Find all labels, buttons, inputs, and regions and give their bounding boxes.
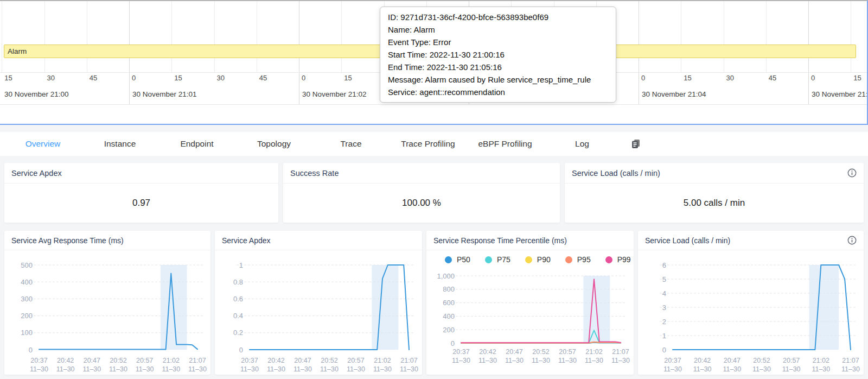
legend-dot [485,256,492,263]
stat-card-success-rate: Success Rate100.00 % [283,163,560,223]
x-axis-sublabel: 11–30 [400,365,418,373]
x-axis-sublabel: 11–30 [812,365,830,373]
x-axis-sublabel: 11–30 [723,365,741,373]
chart-plot-area[interactable]: 012345620:3711–3020:4211–3020:4711–3020:… [638,250,864,374]
chart-plot-area[interactable]: P50P75P90P95P9902004006008001,00020:3711… [426,250,634,374]
chart-card-service-response-time-percentile-ms-: Service Response Time Percentile (ms)P50… [426,231,634,375]
legend-item-p75[interactable]: P75 [485,255,510,264]
y-axis-label: 2 [662,318,666,326]
stat-value: 5.00 calls / min [565,184,864,222]
x-axis-label: 20:52 [110,357,126,364]
timeline-tick-label: 15 [684,74,691,82]
timeline-date-label: 30 November 21:00 [4,90,69,98]
second-gridline [766,1,767,72]
x-axis-sublabel: 11–30 [841,365,860,373]
second-gridline [44,1,45,72]
x-axis-label: 20:42 [267,357,284,364]
y-axis-label: 5 [662,275,666,283]
stat-value: 0.97 [4,184,278,222]
tooltip-line: Start Time: 2022-11-30 21:00:16 [388,48,608,61]
x-axis-sublabel: 11–30 [267,365,285,373]
second-gridline [851,1,851,72]
alarm-timeline-panel[interactable]: 15304530 November 21:00015304530 Novembe… [0,0,868,125]
x-axis-sublabel: 11–30 [56,365,75,373]
y-axis-label: 400 [21,278,33,286]
legend-item-p99[interactable]: P99 [605,255,631,264]
chart-plot-area[interactable]: 00.20.40.60.8120:3711–3020:4211–3020:471… [215,250,422,374]
x-axis-label: 20:42 [479,348,496,356]
x-axis-label: 21:02 [374,357,391,364]
y-axis-label: 400 [443,312,455,320]
x-axis-label: 20:47 [294,357,311,364]
x-axis-label: 21:02 [585,348,602,356]
y-axis-label: 600 [443,299,455,307]
x-axis-sublabel: 11–30 [663,365,682,373]
card-title: Service Load (calls / min) [572,169,660,178]
x-axis-sublabel: 11–30 [585,357,603,364]
legend-item-p90[interactable]: P90 [525,255,551,264]
y-axis-label: 100 [21,329,33,337]
x-axis-label: 21:07 [842,357,859,364]
timeline-tick-label: 30 [47,74,55,82]
tab-overview[interactable]: Overview [4,132,81,156]
info-icon[interactable] [847,236,857,245]
tooltip-line: Message: Alarm caused by Rule service_re… [388,73,608,86]
x-axis-label: 20:57 [559,348,576,356]
chart-title: Service Apdex [222,236,271,245]
y-axis-label: 800 [443,285,455,293]
x-axis-sublabel: 11–30 [30,365,48,373]
tab-ebpf-profiling[interactable]: eBPF Profiling [467,132,544,156]
card-title: Service Apdex [11,169,62,178]
x-axis-sublabel: 11–30 [240,365,259,373]
y-axis-label: 0 [239,346,243,354]
tab-instance[interactable]: Instance [81,132,158,156]
chart-card-service-apdex: Service Apdex00.20.40.60.8120:3711–3020:… [215,231,422,375]
chart-legend: P50P75P90P95P99 [426,250,634,269]
x-axis-sublabel: 11–30 [558,357,577,364]
timeline-date-label: 30 November 21:01 [132,90,197,98]
y-axis-label: 500 [21,261,33,269]
x-axis-label: 20:57 [783,357,800,364]
timeline-tick-label: 0 [641,74,645,82]
tab-trace[interactable]: Trace [312,132,390,156]
tab-bar: OverviewInstanceEndpointTopologyTraceTra… [0,132,868,156]
info-icon[interactable] [847,168,857,178]
legend-item-p50[interactable]: P50 [445,255,470,264]
tab-trace-profiling[interactable]: Trace Profiling [390,132,467,156]
second-gridline [2,1,2,72]
x-axis-sublabel: 11–30 [109,365,127,373]
timeline-tick-label: 45 [90,74,97,82]
y-axis-label: 1,000 [437,272,455,280]
x-axis-label: 21:07 [612,348,629,356]
x-axis-label: 20:52 [532,348,549,356]
x-axis-label: 20:57 [347,357,364,364]
alarm-event-label: Alarm [8,47,27,55]
chart-card-service-avg-response-time-ms-: Service Avg Response Time (ms)0100200300… [4,231,210,375]
y-axis-label: 0.2 [233,329,243,337]
legend-item-p95[interactable]: P95 [565,255,591,264]
x-axis-sublabel: 11–30 [478,357,497,364]
timeline-tick-label: 45 [259,74,267,82]
tab-topology[interactable]: Topology [235,132,312,156]
y-axis-label: 0.6 [233,295,243,303]
second-gridline [681,1,681,72]
x-axis-sublabel: 11–30 [347,365,365,373]
chart-plot-area[interactable]: 010020030040050020:3711–3020:4211–3020:4… [4,250,210,374]
x-axis-sublabel: 11–30 [693,365,712,373]
second-gridline [87,1,87,72]
tab-log[interactable]: Log [544,132,621,156]
stat-card-service-apdex: Service Apdex0.97 [4,163,278,223]
x-axis-label: 21:02 [163,357,180,364]
timeline-tick-label: 15 [344,74,352,82]
tab-endpoint[interactable]: Endpoint [158,132,235,156]
x-axis-sublabel: 11–30 [505,357,524,364]
tooltip-line: ID: 9271d731-36cf-4200-bfce-563893be0f69 [388,11,608,23]
x-axis-label: 20:52 [321,357,337,364]
tab-event-list[interactable] [621,138,651,149]
y-axis-label: 0 [29,346,33,354]
chart-canvas: 010020030040050020:3711–3020:4211–3020:4… [4,250,210,374]
y-axis-label: 0.4 [233,312,243,320]
tooltip-line: Name: Alarm [388,23,608,36]
x-axis-label: 21:07 [400,357,417,364]
y-axis-label: 1 [662,332,666,340]
